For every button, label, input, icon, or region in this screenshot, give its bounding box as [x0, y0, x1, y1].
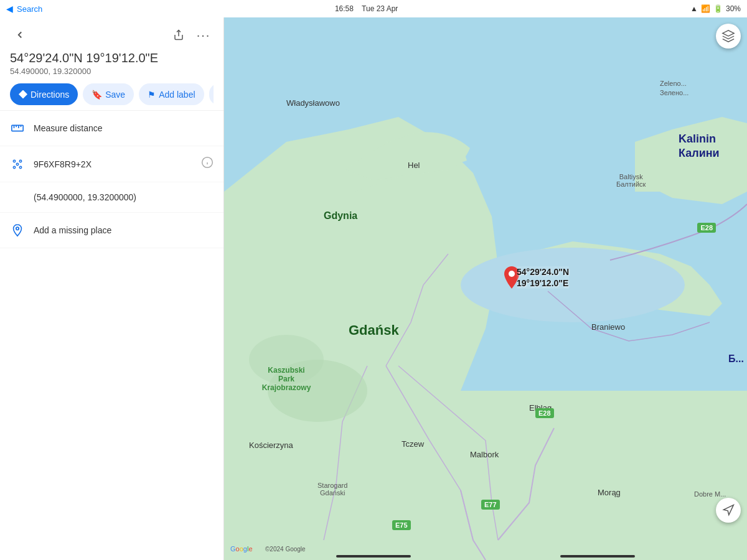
directions-icon: [19, 90, 27, 99]
search-back-label[interactable]: Search: [17, 4, 42, 14]
pin-callout: 54°29'24.0"N 19°19'12.0"E: [517, 266, 569, 289]
add-missing-place-item[interactable]: Add a missing place: [0, 213, 223, 248]
route-badge-e77: E77: [481, 500, 500, 510]
coords-label: (54.4900000, 19.3200000): [34, 192, 214, 202]
back-button[interactable]: [10, 25, 30, 45]
home-indicator-bar: [336, 555, 411, 558]
map-area[interactable]: Gdańsk Gdynia Władysławowo Hel Braniewo …: [224, 17, 747, 560]
add-place-icon: [10, 223, 25, 238]
pin-callout-line2: 19°19'12.0"E: [517, 278, 568, 288]
status-bar-left: ◀ Search: [6, 4, 42, 14]
svg-point-9: [13, 166, 15, 168]
svg-point-11: [16, 163, 18, 165]
location-icon: ▲: [690, 4, 698, 13]
add-missing-place-label: Add a missing place: [34, 225, 214, 235]
map-svg: [224, 17, 747, 560]
pluscode-label: 9F6XF8R9+2X: [34, 159, 192, 169]
svg-point-27: [461, 248, 685, 322]
share-button[interactable]: [169, 25, 189, 45]
sidebar-nav: ···: [10, 25, 214, 45]
add-label-button[interactable]: ⚑ Add label: [139, 83, 204, 105]
svg-point-30: [509, 271, 515, 277]
action-buttons: Directions 🔖 Save ⚑ Add label: [10, 83, 214, 105]
save-button[interactable]: 🔖 Save: [83, 83, 134, 105]
more-button[interactable]: ···: [194, 25, 214, 45]
pin-callout-line1: 54°29'24.0"N: [517, 267, 569, 277]
sidebar-list: Measure distance 9F6XF8R9+2X: [0, 111, 223, 560]
info-button[interactable]: [201, 156, 214, 172]
measure-distance-content: Measure distance: [34, 123, 214, 133]
battery-icon: 🔋: [713, 4, 723, 13]
bookmark-icon: 🔖: [92, 90, 102, 100]
battery-label: 30%: [726, 4, 741, 13]
copyright-text: ©2024 Google: [265, 546, 306, 553]
flag-icon: ⚑: [148, 90, 156, 100]
svg-point-7: [13, 160, 15, 162]
coords-content: (54.4900000, 19.3200000): [34, 192, 214, 202]
measure-distance-item[interactable]: Measure distance: [0, 111, 223, 146]
ruler-icon: [10, 121, 25, 136]
back-arrow-icon: ◀: [6, 4, 13, 14]
route-badge-e28-bottom: E28: [535, 408, 554, 418]
wifi-icon: 📶: [701, 4, 710, 13]
svg-rect-26: [635, 142, 747, 192]
coordinates-title: 54°29'24.0"N 19°19'12.0"E: [10, 51, 214, 65]
home-indicator: [560, 555, 635, 558]
location-button[interactable]: [716, 498, 741, 523]
route-badge-e28-top: E28: [697, 223, 716, 233]
coords-item: (54.4900000, 19.3200000): [0, 182, 223, 213]
share-action-button[interactable]: [209, 83, 214, 105]
directions-button[interactable]: Directions: [10, 83, 78, 105]
pluscode-content: 9F6XF8R9+2X: [34, 159, 192, 169]
status-bar-right: ▲ 📶 🔋 30%: [690, 4, 741, 13]
nav-icons: ···: [169, 25, 214, 45]
add-missing-place-content: Add a missing place: [34, 225, 214, 235]
measure-distance-label: Measure distance: [34, 123, 214, 133]
svg-point-29: [249, 335, 324, 385]
svg-point-10: [19, 166, 21, 168]
pluscode-icon: [10, 157, 25, 172]
svg-point-8: [19, 160, 21, 162]
svg-marker-31: [723, 30, 734, 36]
google-logo: Google: [230, 545, 253, 553]
route-badge-e75: E75: [392, 520, 411, 530]
status-bar: ◀ Search 16:58 Tue 23 Apr ▲ 📶 🔋 30%: [0, 0, 747, 17]
pluscode-item[interactable]: 9F6XF8R9+2X: [0, 146, 223, 182]
svg-marker-32: [724, 505, 734, 515]
status-date: Tue 23 Apr: [362, 4, 398, 13]
coordinates-subtitle: 54.490000, 19.320000: [10, 67, 214, 76]
sidebar-header: ··· 54°29'24.0"N 19°19'12.0"E 54.490000,…: [0, 17, 223, 111]
sidebar: ··· 54°29'24.0"N 19°19'12.0"E 54.490000,…: [0, 17, 224, 560]
layers-button[interactable]: [716, 24, 741, 49]
status-time: 16:58: [335, 4, 354, 13]
status-bar-center: 16:58 Tue 23 Apr: [42, 4, 690, 13]
svg-rect-2: [12, 125, 23, 131]
